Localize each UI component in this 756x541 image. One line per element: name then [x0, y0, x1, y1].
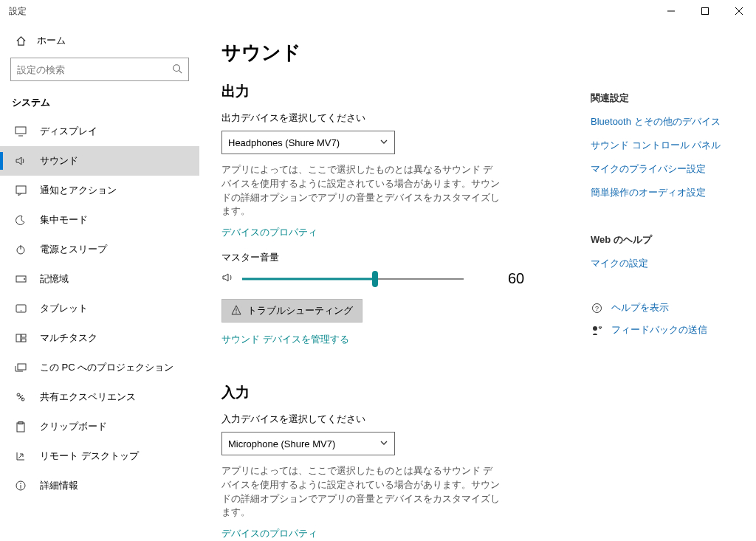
- svg-point-25: [20, 483, 21, 484]
- svg-point-33: [593, 326, 597, 331]
- sidebar-item-notifications[interactable]: 通知とアクション: [0, 176, 199, 205]
- sidebar-item-label: 共有エクスペリエンス: [40, 390, 136, 404]
- sidebar-item-power[interactable]: 電源とスリープ: [0, 235, 199, 264]
- input-desc: アプリによっては、ここで選択したものとは異なるサウンド デバイスを使用するように…: [221, 464, 502, 520]
- button-label: トラブルシューティング: [247, 304, 353, 317]
- right-panel: 関連設定 Bluetooth とその他のデバイス サウンド コントロール パネル…: [591, 40, 738, 541]
- input-heading: 入力: [221, 383, 576, 402]
- sidebar-item-shared[interactable]: 共有エクスペリエンス: [0, 382, 199, 412]
- sidebar-item-tablet[interactable]: タブレット: [0, 294, 199, 323]
- sidebar-item-label: 電源とスリープ: [40, 243, 107, 256]
- input-select-label: 入力デバイスを選択してください: [221, 413, 576, 426]
- sidebar-item-sound[interactable]: サウンド: [0, 146, 199, 176]
- sidebar-item-multitask[interactable]: マルチタスク: [0, 323, 199, 353]
- maximize-button[interactable]: [688, 0, 722, 22]
- master-volume-label: マスター音量: [221, 251, 576, 264]
- shared-icon: [15, 392, 27, 402]
- output-troubleshoot-button[interactable]: トラブルシューティング: [221, 299, 362, 323]
- web-help-mic-setup[interactable]: マイクの設定: [591, 257, 738, 270]
- sidebar-item-focus[interactable]: 集中モード: [0, 205, 199, 235]
- sidebar-item-label: 集中モード: [40, 213, 88, 227]
- sidebar-item-remote[interactable]: リモート デスクトップ: [0, 441, 199, 471]
- related-link-bluetooth[interactable]: Bluetooth とその他のデバイス: [591, 115, 738, 128]
- power-icon: [15, 244, 27, 255]
- tablet-icon: [15, 304, 27, 313]
- sidebar-item-label: リモート デスクトップ: [40, 449, 139, 463]
- sidebar-item-label: 詳細情報: [40, 479, 78, 492]
- manage-output-devices-link[interactable]: サウンド デバイスを管理する: [221, 333, 349, 346]
- search-icon: [172, 63, 182, 76]
- main-content: サウンド 出力 出力デバイスを選択してください Headphones (Shur…: [221, 40, 576, 541]
- sidebar-item-about[interactable]: 詳細情報: [0, 471, 199, 500]
- close-button[interactable]: [722, 0, 756, 22]
- info-icon: [15, 480, 27, 491]
- svg-point-27: [236, 312, 236, 313]
- sidebar-item-display[interactable]: ディスプレイ: [0, 117, 199, 146]
- give-feedback-link[interactable]: フィードバックの送信: [591, 323, 738, 337]
- svg-rect-17: [21, 339, 26, 342]
- sidebar-item-label: ディスプレイ: [40, 125, 97, 138]
- sidebar-category: システム: [0, 92, 199, 117]
- focus-icon: [15, 215, 27, 225]
- related-link-sound-control[interactable]: サウンド コントロール パネル: [591, 139, 738, 152]
- chevron-down-icon: [379, 438, 388, 449]
- search-input[interactable]: [17, 64, 172, 75]
- output-heading: 出力: [221, 82, 576, 101]
- input-device-value: Microphone (Shure MV7): [228, 438, 335, 449]
- output-select-label: 出力デバイスを選択してください: [221, 111, 576, 125]
- clipboard-icon: [15, 421, 27, 433]
- sidebar-item-clipboard[interactable]: クリップボード: [0, 412, 199, 441]
- sidebar-item-label: サウンド: [40, 154, 78, 168]
- notification-icon: [15, 185, 27, 196]
- help-icon: ?: [591, 303, 602, 314]
- svg-rect-15: [16, 334, 21, 342]
- sidebar-item-label: この PC へのプロジェクション: [40, 361, 173, 374]
- svg-point-12: [24, 278, 25, 280]
- sidebar: ホーム システム ディスプレイ サウンド 通知とアクション: [0, 22, 199, 541]
- sidebar-item-label: クリップボード: [40, 420, 107, 433]
- sidebar-item-label: タブレット: [40, 302, 88, 315]
- sidebar-item-projecting[interactable]: この PC へのプロジェクション: [0, 353, 199, 382]
- input-device-properties-link[interactable]: デバイスのプロパティ: [221, 527, 317, 540]
- svg-text:?: ?: [594, 305, 598, 312]
- output-device-select[interactable]: Headphones (Shure MV7): [221, 131, 395, 154]
- chevron-down-icon: [379, 137, 388, 148]
- multitask-icon: [15, 334, 27, 342]
- page-title: サウンド: [221, 40, 576, 66]
- volume-slider[interactable]: [242, 272, 464, 286]
- output-device-value: Headphones (Shure MV7): [228, 137, 340, 148]
- web-help-heading: Web のヘルプ: [591, 233, 738, 247]
- speaker-icon: [221, 272, 235, 286]
- related-settings-heading: 関連設定: [591, 92, 738, 105]
- svg-point-14: [20, 310, 21, 311]
- titlebar: 設定: [0, 0, 756, 22]
- sound-icon: [15, 156, 27, 166]
- related-link-mic-privacy[interactable]: マイクのプライバシー設定: [591, 162, 738, 176]
- minimize-button[interactable]: [654, 0, 688, 22]
- feedback-label: フィードバックの送信: [611, 323, 707, 337]
- input-device-select[interactable]: Microphone (Shure MV7): [221, 432, 395, 455]
- search-box[interactable]: [10, 58, 189, 81]
- svg-rect-18: [18, 364, 26, 370]
- home-label: ホーム: [37, 34, 66, 47]
- home-link[interactable]: ホーム: [0, 28, 199, 58]
- related-link-ease-audio[interactable]: 簡単操作のオーディオ設定: [591, 186, 738, 199]
- svg-rect-6: [16, 127, 26, 134]
- svg-rect-1: [702, 8, 709, 15]
- sidebar-item-label: 通知とアクション: [40, 184, 117, 197]
- sidebar-item-storage[interactable]: 記憶域: [0, 264, 199, 294]
- sidebar-item-label: 記憶域: [40, 272, 69, 286]
- remote-icon: [15, 451, 27, 461]
- svg-point-4: [173, 64, 180, 71]
- svg-rect-16: [21, 334, 26, 337]
- output-device-properties-link[interactable]: デバイスのプロパティ: [221, 226, 317, 239]
- sidebar-item-label: マルチタスク: [40, 331, 97, 345]
- output-desc: アプリによっては、ここで選択したものとは異なるサウンド デバイスを使用するように…: [221, 163, 502, 218]
- svg-rect-8: [16, 186, 26, 193]
- svg-line-5: [179, 70, 182, 73]
- feedback-icon: [591, 325, 602, 336]
- storage-icon: [15, 275, 27, 283]
- projection-icon: [15, 363, 27, 372]
- help-label: ヘルプを表示: [611, 301, 669, 314]
- get-help-link[interactable]: ? ヘルプを表示: [591, 301, 738, 314]
